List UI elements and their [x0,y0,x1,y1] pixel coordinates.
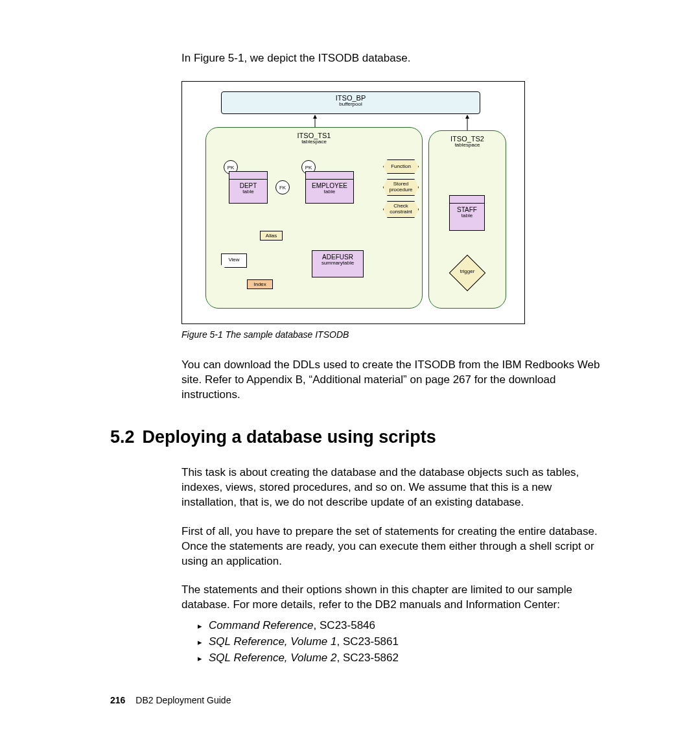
adefusr-sub: summarytable [312,261,363,266]
page-number: 216 [110,695,125,705]
ts2-sub: tablespace [429,143,506,148]
book-title: DB2 Deployment Guide [135,695,231,705]
section-number: 5.2 [110,427,135,447]
paragraph-prepare: First of all, you have to prepare the se… [181,524,609,569]
reference-item: SQL Reference, Volume 2, SC23-5862 [198,650,609,666]
paragraph-task: This task is about creating the database… [181,465,609,510]
trigger-label: trigger [453,268,482,274]
paragraph-statements: The statements and their options shown i… [181,583,609,613]
employee-table: EMPLOYEE table [305,171,354,204]
section-title: Deploying a database using scripts [143,427,436,447]
ref-title: Command Reference [209,619,314,631]
adefusr-table: ADEFUSR summarytable [312,250,364,277]
tablespace-ts1: ITSO_TS1 tablespace [205,127,423,309]
dept-table: DEPT table [229,171,268,204]
page-footer: 216DB2 Deployment Guide [110,695,231,705]
stored-procedure-hex: Stored procedure [383,179,419,196]
figure-diagram: ITSO_BP bufferpool ITSO_TS1 tablespace I… [181,81,525,324]
figure-caption: Figure 5-1 The sample database ITSODB [181,329,609,340]
function-hex: Function [383,159,419,174]
staff-table: STAFF table [449,195,485,231]
index-box: Index [247,279,273,289]
fk-badge: FK [275,180,290,194]
reference-list: Command Reference, SC23-5846 SQL Referen… [198,618,609,666]
alias-box: Alias [260,231,283,241]
reference-item: SQL Reference, Volume 1, SC23-5861 [198,634,609,650]
bufferpool-box: ITSO_BP bufferpool [221,91,480,114]
reference-item: Command Reference, SC23-5846 [198,618,609,634]
paragraph-download: You can download the DDLs used to create… [181,358,609,403]
ref-code: , SC23-5861 [337,635,399,648]
bufferpool-sub: bufferpool [222,102,480,108]
dept-sub: table [229,189,267,195]
ts1-sub: tablespace [206,139,422,145]
section-heading: 5.2Deploying a database using scripts [110,427,609,447]
staff-sub: table [450,213,484,219]
emp-sub: table [306,189,353,195]
ref-title: SQL Reference, Volume 2 [209,652,337,664]
ref-code: , SC23-5862 [337,652,399,664]
ref-title: SQL Reference, Volume 1 [209,635,337,648]
view-box: View [221,253,247,268]
intro-text: In Figure 5-1, we depict the ITSODB data… [181,52,609,65]
check-constraint-hex: Check constraint [383,201,419,218]
ref-code: , SC23-5846 [314,619,375,631]
